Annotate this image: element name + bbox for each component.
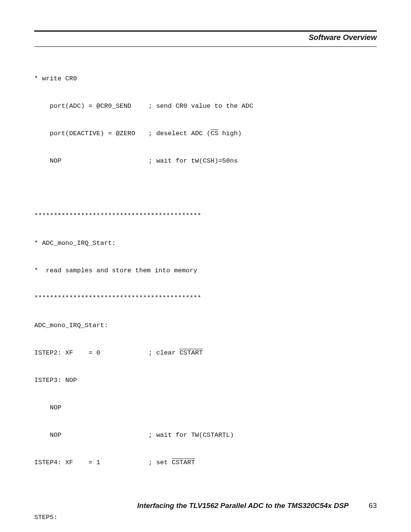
header-divider bbox=[34, 46, 377, 47]
code-line: * ADC_mono_IRQ_Start: bbox=[34, 239, 377, 248]
code-line: NOP bbox=[34, 403, 377, 412]
code-line: NOP; wait for tW(CSH)=50ns bbox=[34, 157, 377, 166]
footer-page-number: 63 bbox=[369, 502, 377, 510]
code-line: port(DEACTIVE) = @ZERO; deselect ADC (CS… bbox=[34, 129, 377, 138]
page-footer: Interfacing the TLV1562 Parallel ADC to … bbox=[34, 502, 377, 510]
code-line: STEP5: bbox=[34, 513, 377, 522]
code-line: ISTEP4: XF = 1; set CSTART bbox=[34, 458, 377, 467]
section-header: Software Overview bbox=[34, 33, 377, 42]
code-line: ****************************************… bbox=[34, 211, 377, 220]
code-block: * write CR0 port(ADC) = @CR0_SEND; send … bbox=[34, 56, 377, 532]
code-line: ISTEP3: NOP bbox=[34, 376, 377, 385]
page: Software Overview * write CR0 port(ADC) … bbox=[0, 0, 411, 532]
footer-doc-title: Interfacing the TLV1562 Parallel ADC to … bbox=[137, 502, 349, 510]
code-line: ****************************************… bbox=[34, 294, 377, 303]
top-rule bbox=[34, 30, 377, 32]
code-line: * read samples and store them into memor… bbox=[34, 266, 377, 275]
code-line: port(ADC) = @CR0_SEND; send CR0 value to… bbox=[34, 102, 377, 111]
code-line: ISTEP2: XF = 0; clear CSTART bbox=[34, 348, 377, 358]
code-line: * write CR0 bbox=[34, 74, 377, 83]
code-line: ADC_mono_IRQ_Start: bbox=[34, 321, 377, 330]
code-line: NOP; wait for TW(CSTARTL) bbox=[34, 431, 377, 440]
